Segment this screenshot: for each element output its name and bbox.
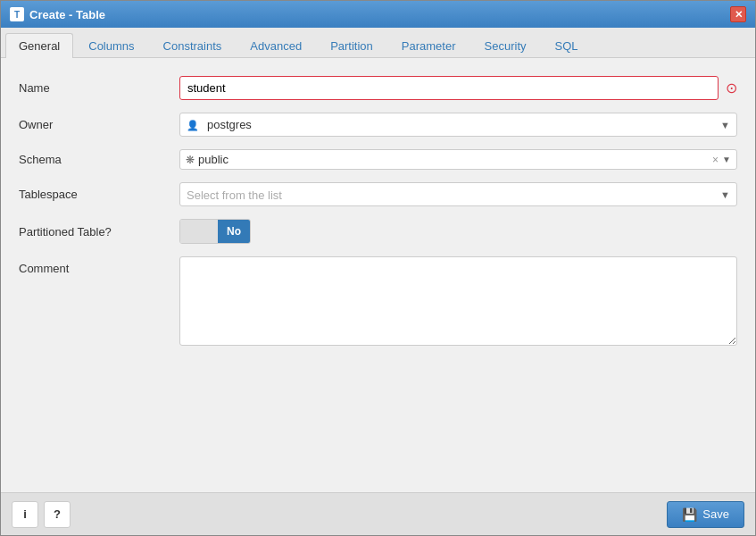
schema-value: public (198, 153, 712, 166)
title-bar: T Create - Table ✕ (1, 1, 755, 28)
title-bar-left: T Create - Table (10, 7, 105, 21)
info-button[interactable]: i (12, 501, 38, 528)
schema-icon: ❋ (186, 154, 195, 166)
help-icon: ? (54, 507, 61, 521)
owner-row: Owner 👤 postgres ▼ (19, 113, 737, 137)
name-input[interactable] (179, 76, 719, 100)
tablespace-label: Tablespace (19, 188, 179, 201)
name-input-group: ⊙ (179, 76, 737, 100)
save-icon: 💾 (682, 507, 697, 522)
owner-label: Owner (19, 118, 179, 131)
tab-bar: General Columns Constraints Advanced Par… (1, 28, 755, 58)
comment-textarea[interactable] (179, 256, 737, 346)
tablespace-row: Tablespace Select from the list ▼ (19, 182, 737, 206)
partitioned-field-wrapper: No (179, 219, 737, 244)
owner-select-wrapper: 👤 postgres ▼ (179, 113, 737, 137)
schema-field-wrapper: ❋ public × ▼ (179, 149, 737, 170)
tablespace-select[interactable] (179, 182, 737, 206)
help-button[interactable]: ? (44, 501, 71, 528)
owner-select[interactable]: postgres (179, 113, 737, 137)
tab-partition[interactable]: Partition (317, 33, 386, 58)
partitioned-label: Partitioned Table? (19, 225, 179, 239)
window-title: Create - Table (29, 8, 105, 21)
create-table-dialog: T Create - Table ✕ General Columns Const… (0, 0, 756, 536)
owner-field-wrapper: 👤 postgres ▼ (179, 113, 737, 137)
close-button[interactable]: ✕ (730, 6, 746, 22)
comment-row: Comment (19, 256, 737, 348)
schema-label: Schema (19, 153, 179, 166)
form-content: Name ⊙ Owner 👤 postgres (1, 58, 755, 492)
name-field-wrapper: ⊙ (179, 76, 737, 100)
tab-general[interactable]: General (5, 33, 73, 58)
tab-sql[interactable]: SQL (542, 33, 592, 58)
name-label: Name (19, 81, 179, 95)
tab-columns[interactable]: Columns (75, 33, 147, 58)
tab-advanced[interactable]: Advanced (237, 33, 315, 58)
schema-row: Schema ❋ public × ▼ (19, 149, 737, 170)
schema-clear-button[interactable]: × (712, 154, 719, 166)
tablespace-select-wrapper: Select from the list ▼ (179, 182, 737, 206)
save-label: Save (702, 507, 729, 521)
save-button[interactable]: 💾 Save (667, 501, 744, 528)
partitioned-toggle[interactable]: No (179, 219, 251, 244)
schema-dropdown-arrow: ▼ (722, 155, 731, 164)
error-icon: ⊙ (726, 80, 737, 96)
window-icon: T (10, 7, 24, 21)
footer-left: i ? (12, 501, 71, 528)
comment-label: Comment (19, 256, 179, 275)
tablespace-field-wrapper: Select from the list ▼ (179, 182, 737, 206)
tab-security[interactable]: Security (471, 33, 540, 58)
partitioned-row: Partitioned Table? No (19, 219, 737, 244)
info-icon: i (23, 507, 27, 521)
name-row: Name ⊙ (19, 76, 737, 100)
comment-field-wrapper (179, 256, 737, 348)
partitioned-no-button[interactable]: No (218, 220, 250, 243)
footer: i ? 💾 Save (1, 492, 755, 535)
toggle-off-area (180, 220, 218, 243)
tab-parameter[interactable]: Parameter (388, 33, 469, 58)
schema-select[interactable]: ❋ public × ▼ (179, 149, 737, 170)
tab-constraints[interactable]: Constraints (150, 33, 236, 58)
